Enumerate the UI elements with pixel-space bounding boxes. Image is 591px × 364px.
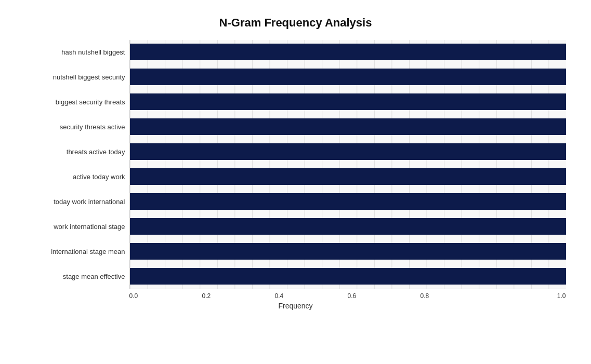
bar-row (130, 40, 566, 65)
y-label: stage mean effective (25, 264, 125, 289)
y-labels: hash nutshell biggestnutshell biggest se… (25, 40, 129, 289)
bar-row (130, 164, 566, 189)
x-tick: 0.2 (202, 292, 275, 300)
chart-area: hash nutshell biggestnutshell biggest se… (25, 40, 566, 310)
bar (130, 268, 566, 285)
bar-row (130, 64, 566, 89)
bar-row (130, 264, 566, 289)
bar (130, 193, 566, 210)
bar (130, 143, 566, 160)
x-axis: 0.00.20.40.60.81.0 (25, 292, 566, 300)
x-tick: 0.8 (421, 292, 493, 300)
bar-row (130, 239, 566, 264)
x-axis-label: Frequency (25, 302, 566, 310)
bar-row (130, 89, 566, 114)
bars-section: hash nutshell biggestnutshell biggest se… (25, 40, 566, 289)
bar (130, 93, 566, 110)
y-label: nutshell biggest security (25, 65, 125, 90)
chart-container: N-Gram Frequency Analysis hash nutshell … (10, 6, 582, 359)
x-tick: 0.6 (348, 292, 421, 300)
bar-row (130, 139, 566, 164)
y-label: biggest security threats (25, 90, 125, 115)
x-tick: 0.4 (275, 292, 348, 300)
bar (130, 243, 566, 260)
bar (130, 44, 566, 60)
bar (130, 69, 566, 85)
chart-title: N-Gram Frequency Analysis (25, 16, 566, 30)
bar-row (130, 189, 566, 214)
x-tick: 0.0 (129, 292, 202, 300)
bars-plot (129, 40, 566, 289)
bar-row (130, 214, 566, 239)
bar (130, 118, 566, 135)
y-label: today work international (25, 190, 125, 214)
x-tick: 1.0 (493, 292, 566, 300)
bar (130, 218, 566, 235)
y-label: hash nutshell biggest (25, 40, 125, 65)
y-label: security threats active (25, 115, 125, 140)
y-label: international stage mean (25, 239, 125, 264)
y-label: active today work (25, 165, 125, 190)
y-label: threats active today (25, 140, 125, 165)
bar (130, 168, 566, 185)
bar-row (130, 114, 566, 139)
y-label: work international stage (25, 214, 125, 239)
